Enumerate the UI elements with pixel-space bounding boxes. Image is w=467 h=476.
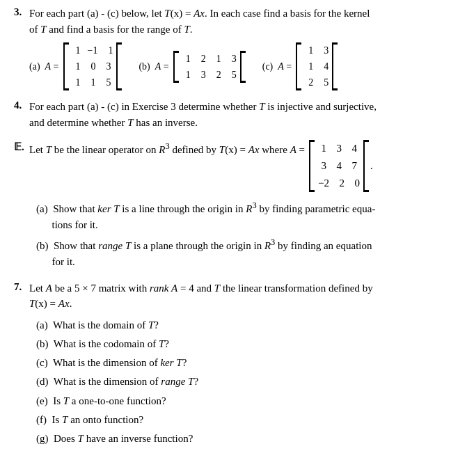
matrix-a-block: (a) A = 1−11 103 — [29, 42, 122, 90]
problem-4-body: For each part (a) - (c) in Exercise 3 de… — [29, 99, 453, 130]
matrix-c-content: 13 14 25 — [301, 42, 332, 90]
problem-6-text: Let T be the linear operator on R3 defin… — [29, 140, 453, 191]
left-bracket-a — [63, 42, 69, 90]
problem-7: 7. Let A be a 5 × 7 matrix with rank A =… — [14, 280, 453, 450]
problem-7c: (c) What is the dimension of ker T? — [36, 355, 453, 371]
problem-6-subparts: (a) Show that ker T is a line through th… — [36, 199, 453, 271]
sub-7c-label: (c) — [36, 357, 48, 368]
sub-7d-label: (d) — [36, 376, 49, 387]
bracket-bottom-cr — [332, 88, 338, 90]
bracket-side-cr — [332, 45, 333, 88]
sub-7g-label: (g) — [36, 433, 49, 444]
problem-7g: (g) Does T have an inverse function? — [36, 431, 453, 447]
right-bracket-a — [116, 42, 122, 90]
problem-6: 𝔼. Let T be the linear operator on R3 de… — [14, 140, 453, 273]
matrix-6-content: 134 347 −220 — [315, 140, 363, 191]
matrix-a-content: 1−11 103 115 — [69, 42, 117, 90]
m6r1: 134 — [318, 140, 360, 157]
problem-3-body: For each part (a) - (c) below, let T(x) … — [29, 6, 453, 93]
sub-7e-label: (e) — [36, 395, 48, 406]
bracket-bottom — [63, 88, 69, 90]
right-bracket-b — [240, 51, 246, 83]
matrix-c-row2: 14 — [305, 58, 329, 74]
bracket-bottom-b — [173, 81, 179, 83]
problem-7e: (e) Is T a one-to-one function? — [36, 393, 453, 409]
bracket-bottom-r — [116, 88, 122, 90]
bracket-side — [63, 45, 65, 88]
bsr6 — [363, 142, 365, 189]
problem-7-body: Let A be a 5 × 7 matrix with rank A = 4 … — [29, 280, 453, 450]
bracket-side-b — [173, 53, 175, 81]
bracket-side-r — [116, 45, 118, 88]
sub-6b-label: (b) — [36, 240, 49, 251]
m6r2: 347 — [318, 157, 360, 175]
left-bracket-b — [173, 51, 179, 83]
problem-7b: (b) What is the codomain of T? — [36, 336, 453, 352]
problem-7-text: Let A be a 5 × 7 matrix with rank A = 4 … — [29, 280, 453, 312]
m6r3: −220 — [318, 175, 360, 192]
problem-7a: (a) What is the domain of T? — [36, 317, 453, 333]
problem-7f: (f) Is T an onto function? — [36, 412, 453, 428]
problem-7d: (d) What is the dimension of range T? — [36, 374, 453, 390]
problem-3-number: 3. — [14, 6, 29, 18]
matrix-b-content: 1213 1325 — [179, 51, 240, 83]
matrix-c-block: (c) A = 13 14 — [262, 42, 338, 90]
problem-3: 3. For each part (a) - (c) below, let T(… — [14, 6, 453, 93]
problem-6-body: Let T be the linear operator on R3 defin… — [29, 140, 453, 273]
matrix-c: 13 14 25 — [296, 42, 338, 90]
bbr6 — [363, 190, 369, 192]
right-bracket-c — [332, 42, 338, 90]
problem-7-number: 7. — [14, 280, 29, 293]
problem-4-text: For each part (a) - (c) in Exercise 3 de… — [29, 99, 453, 130]
problem-6b: (b) Show that range T is a plane through… — [36, 236, 453, 271]
problem-4-number: 4. — [14, 99, 29, 111]
matrix-c-row1: 13 — [305, 42, 329, 58]
matrix-a-row1: 1−11 — [72, 42, 113, 58]
bb6 — [309, 190, 315, 192]
left-bracket-6 — [309, 140, 315, 191]
matrix-b: 1213 1325 — [173, 51, 246, 83]
problem-7-subparts: (a) What is the domain of T? (b) What is… — [36, 317, 453, 447]
matrix-c-label: (c) A = — [262, 59, 292, 74]
bs6 — [309, 142, 310, 189]
bracket-bottom-c — [296, 88, 301, 90]
problem-6a: (a) Show that ker T is a line through th… — [36, 199, 453, 234]
matrix-a-label: (a) A = — [29, 59, 59, 74]
matrix-b-row1: 1213 — [182, 51, 237, 67]
bracket-side-br — [240, 53, 242, 81]
problem-6-number: 𝔼. — [14, 140, 29, 153]
matrices-row-3: (a) A = 1−11 103 — [29, 42, 453, 90]
matrix-6: 134 347 −220 — [309, 140, 369, 191]
sub-6a-label: (a) — [36, 203, 48, 214]
matrix-a-row2: 103 — [72, 58, 113, 74]
bracket-bottom-br — [240, 81, 246, 83]
bracket-side-c — [296, 45, 297, 88]
matrix-c-row3: 25 — [305, 74, 329, 90]
matrix-b-label: (b) A = — [138, 59, 168, 74]
problem-4: 4. For each part (a) - (c) in Exercise 3… — [14, 99, 453, 130]
prob6-period: . — [370, 158, 373, 174]
sub-7f-label: (f) — [36, 414, 47, 425]
matrix-b-row2: 1325 — [182, 67, 237, 83]
problem-3-text: For each part (a) - (c) below, let T(x) … — [29, 6, 453, 37]
right-bracket-6 — [363, 140, 369, 191]
matrix-b-block: (b) A = 1213 1325 — [138, 51, 245, 83]
matrix-a-row3: 115 — [72, 74, 113, 90]
prob6-intro: Let T be the linear operator on R3 defin… — [29, 140, 305, 158]
matrix-a: 1−11 103 115 — [63, 42, 122, 90]
prob6-matrix-wrap: 134 347 −220 . — [309, 140, 373, 191]
sub-7a-label: (a) — [36, 319, 48, 331]
left-bracket-c — [296, 42, 301, 90]
sub-7b-label: (b) — [36, 338, 49, 349]
